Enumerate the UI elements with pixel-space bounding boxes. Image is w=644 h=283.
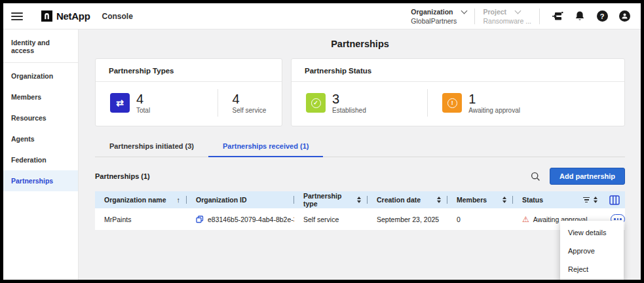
sidebar-item-resources[interactable]: Resources	[3, 107, 78, 128]
menu-item-view-details[interactable]: View details	[560, 223, 624, 242]
app-name: Console	[102, 12, 133, 21]
column-header-partnership-type[interactable]: Partnership type	[294, 191, 368, 208]
hamburger-menu-icon[interactable]	[11, 10, 23, 22]
menu-item-reject[interactable]: Reject	[560, 260, 624, 278]
project-selector-label: Project	[483, 8, 506, 16]
help-button[interactable]: ?	[591, 3, 613, 29]
stat-total: ⇄ 4 Total	[96, 92, 218, 114]
stat-value: 1	[468, 92, 520, 105]
warning-triangle-icon: ⚠	[522, 216, 529, 223]
stat-value: 4	[233, 92, 267, 105]
cell-creation-date: September 23, 2025	[368, 216, 447, 223]
main-content: Partnerships Partnership Types ⇄ 4 Total	[79, 29, 641, 280]
swap-icon: ⇄	[110, 93, 130, 113]
netapp-logo-mark	[41, 10, 52, 22]
sidebar-item-federation[interactable]: Federation	[3, 149, 78, 170]
netapp-logo: NetApp	[41, 10, 90, 22]
connector-icon	[552, 11, 563, 22]
stat-self-service: 4 Self service	[218, 92, 282, 114]
stat-awaiting-approval: ! 1 Awaiting approval	[428, 92, 624, 114]
sidebar-item-agents[interactable]: Agents	[3, 128, 78, 149]
table-header-row: Organization name ↑ Organization ID Part…	[95, 191, 625, 208]
brand-name: NetApp	[56, 10, 90, 22]
app-window: NetApp Console Organization GlobalPartne…	[3, 3, 641, 280]
sort-icon	[357, 197, 361, 203]
tab-partnerships-initiated[interactable]: Partnerships initiated (3)	[95, 137, 208, 157]
sort-icon	[502, 197, 506, 203]
notifications-button[interactable]	[569, 3, 591, 29]
organization-selector[interactable]: Organization GlobalPartners	[403, 8, 474, 25]
card-title: Partnership Types	[96, 59, 282, 82]
sort-icon	[437, 197, 441, 203]
chevron-down-icon	[515, 7, 521, 14]
top-bar: NetApp Console Organization GlobalPartne…	[3, 3, 641, 29]
stat-label: Established	[332, 107, 366, 114]
page-title: Partnerships	[95, 39, 625, 49]
project-selector-value: Ransomware ...	[483, 17, 531, 25]
stat-label: Awaiting approval	[468, 107, 520, 114]
bell-icon	[575, 10, 585, 22]
column-header-members[interactable]: Members	[447, 191, 513, 208]
cell-organization-id: e83146b5-2079-4ab4-8b2e-3...	[187, 216, 294, 223]
sort-ascending-icon: ↑	[177, 196, 181, 204]
connector-button[interactable]	[546, 3, 569, 29]
partnership-status-card: Partnership Status ✓ 3 Established	[291, 58, 625, 126]
copy-icon[interactable]	[196, 216, 204, 223]
help-icon: ?	[597, 10, 608, 22]
organization-selector-value: GlobalPartners	[411, 17, 466, 25]
check-circle-icon: ✓	[306, 93, 326, 113]
stat-value: 3	[332, 92, 366, 105]
menu-item-approve[interactable]: Approve	[560, 242, 624, 260]
organization-selector-label: Organization	[411, 8, 453, 16]
divider	[539, 9, 540, 24]
tab-partnerships-received[interactable]: Partnerships received (1)	[208, 137, 323, 157]
columns-icon	[609, 195, 620, 205]
chevron-down-icon	[461, 7, 468, 14]
sidebar-item-members[interactable]: Members	[3, 86, 78, 107]
sort-icon	[594, 197, 597, 203]
stat-label: Total	[136, 107, 150, 114]
stat-value: 4	[136, 92, 150, 105]
sidebar: Identity and access Organization Members…	[3, 29, 79, 280]
cell-members: 0	[447, 216, 513, 223]
cell-organization-name: MrPaints	[95, 216, 187, 223]
table-row[interactable]: MrPaints e83146b5-2079-4ab4-8b2e-3... Se…	[95, 208, 625, 230]
column-settings-button[interactable]	[604, 191, 625, 208]
sidebar-item-partnerships[interactable]: Partnerships	[3, 170, 78, 191]
column-header-creation-date[interactable]: Creation date	[368, 191, 447, 208]
partnerships-table: Organization name ↑ Organization ID Part…	[95, 191, 625, 230]
column-header-status[interactable]: Status	[513, 191, 604, 208]
partnership-types-card: Partnership Types ⇄ 4 Total 4	[95, 58, 282, 126]
search-icon[interactable]	[531, 172, 540, 181]
cell-partnership-type: Self service	[294, 216, 368, 223]
sidebar-item-identity-and-access[interactable]: Identity and access	[3, 32, 78, 63]
stat-label: Self service	[233, 107, 267, 114]
column-header-organization-id[interactable]: Organization ID	[187, 191, 294, 208]
row-actions-menu: View details Approve Reject	[560, 221, 624, 280]
project-selector[interactable]: Project Ransomware ...	[475, 8, 539, 25]
filter-icon[interactable]	[583, 197, 590, 203]
card-title: Partnership Status	[292, 59, 624, 82]
column-header-organization-name[interactable]: Organization name ↑	[95, 191, 187, 208]
sidebar-item-organization[interactable]: Organization	[3, 66, 78, 86]
alert-circle-icon: !	[442, 93, 462, 113]
user-icon	[619, 10, 630, 22]
account-button[interactable]	[613, 3, 635, 29]
stat-established: ✓ 3 Established	[292, 92, 427, 114]
add-partnership-button[interactable]: Add partnership	[550, 168, 625, 185]
list-heading: Partnerships (1)	[95, 172, 150, 180]
tab-bar: Partnerships initiated (3) Partnerships …	[95, 137, 625, 157]
